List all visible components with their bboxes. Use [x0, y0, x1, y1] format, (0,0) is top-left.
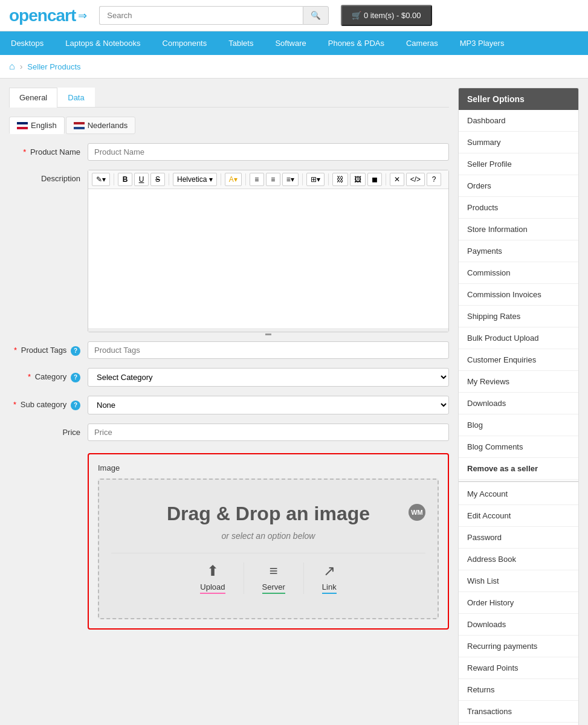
tab-general[interactable]: General: [9, 88, 57, 108]
sidebar-item-password[interactable]: Password: [459, 527, 578, 549]
sidebar-item-payments[interactable]: Payments: [459, 240, 578, 262]
toolbar-pencil[interactable]: ✎▾: [92, 173, 110, 186]
sidebar-item-blog[interactable]: Blog: [459, 414, 578, 436]
subcategory-group: * Sub category ? None: [9, 396, 449, 414]
sidebar-item-commission[interactable]: Commission: [459, 262, 578, 284]
sidebar-item-my-reviews[interactable]: My Reviews: [459, 371, 578, 393]
breadcrumb-separator: ›: [20, 62, 23, 71]
image-upload-area[interactable]: Image WM Drag & Drop an image or select …: [88, 453, 449, 630]
upload-option-upload[interactable]: ⬆ Upload: [182, 562, 244, 594]
drag-drop-title: Drag & Drop an image: [111, 503, 425, 525]
toolbar-align[interactable]: ≡▾: [282, 173, 299, 186]
required-star-cat: *: [28, 372, 31, 381]
sidebar-item-store-info[interactable]: Store Information: [459, 219, 578, 240]
product-name-group: * Product Name: [9, 143, 449, 161]
search-input[interactable]: [99, 6, 303, 25]
sidebar-item-reward[interactable]: Reward Points: [459, 657, 578, 679]
nav-mp3[interactable]: MP3 Players: [449, 31, 515, 55]
nav-software[interactable]: Software: [264, 31, 317, 55]
sidebar-item-transactions[interactable]: Transactions: [459, 701, 578, 723]
toolbar-underline[interactable]: U: [134, 173, 149, 186]
editor-body[interactable]: [88, 189, 448, 328]
sidebar-item-my-account[interactable]: My Account: [459, 483, 578, 505]
required-star-tags: *: [14, 346, 17, 355]
toolbar-sep-7: [386, 173, 386, 185]
sidebar-item-wish-list[interactable]: Wish List: [459, 570, 578, 592]
toolbar-font[interactable]: Helvetica ▾: [173, 173, 217, 186]
sidebar: Seller Options Dashboard Summary Seller …: [458, 88, 579, 725]
search-button[interactable]: 🔍: [303, 6, 329, 25]
home-icon[interactable]: ⌂: [9, 61, 15, 72]
tags-help-icon[interactable]: ?: [71, 346, 80, 356]
toolbar-media[interactable]: ◼: [367, 173, 382, 186]
category-select[interactable]: Select Category: [88, 368, 449, 387]
upload-options: ⬆ Upload ≡ Server ↗ Link: [111, 553, 425, 594]
toolbar-ul[interactable]: ≡: [250, 173, 264, 186]
cart-button[interactable]: 🛒 0 item(s) - $0.00: [341, 5, 431, 26]
sidebar-item-orders[interactable]: Orders: [459, 175, 578, 197]
subcategory-select[interactable]: None: [88, 396, 449, 414]
toolbar-strike[interactable]: S: [150, 173, 165, 186]
price-input[interactable]: [88, 424, 449, 441]
drag-drop-subtitle: or select an option below: [111, 531, 425, 541]
product-tags-label: * Product Tags ?: [9, 341, 88, 356]
lang-english[interactable]: English: [9, 117, 65, 134]
toolbar-color[interactable]: A▾: [225, 173, 242, 186]
toolbar-link[interactable]: ⛓: [332, 173, 348, 186]
toolbar-sep-2: [169, 173, 169, 185]
toolbar-source[interactable]: </>: [406, 173, 425, 186]
product-name-input[interactable]: [88, 143, 449, 161]
required-star: *: [23, 147, 26, 156]
sidebar-item-newsletter[interactable]: Newsletter: [459, 723, 578, 725]
nav-laptops[interactable]: Laptops & Notebooks: [54, 31, 151, 55]
product-tags-input[interactable]: [88, 341, 449, 359]
nav-phones[interactable]: Phones & PDAs: [317, 31, 395, 55]
toolbar-clear[interactable]: ✕: [390, 173, 404, 186]
description-label: Description: [9, 170, 88, 183]
sidebar-item-products[interactable]: Products: [459, 197, 578, 219]
sidebar-item-remove-seller[interactable]: Remove as a seller: [459, 458, 578, 480]
sidebar-item-downloads2[interactable]: Downloads: [459, 614, 578, 636]
toolbar-image[interactable]: 🖼: [350, 173, 366, 186]
toolbar-bold[interactable]: B: [118, 173, 132, 186]
toolbar-sep-4: [245, 173, 246, 185]
sidebar-item-shipping-rates[interactable]: Shipping Rates: [459, 306, 578, 327]
image-group: Image WM Drag & Drop an image or select …: [9, 450, 449, 630]
sidebar-item-customer-enquiries[interactable]: Customer Enquiries: [459, 349, 578, 371]
sidebar-item-recurring[interactable]: Recurring payments: [459, 636, 578, 657]
editor-resize-handle[interactable]: ▬: [88, 328, 448, 332]
upload-option-link[interactable]: ↗ Link: [304, 562, 355, 594]
sidebar-item-bulk-upload[interactable]: Bulk Product Upload: [459, 327, 578, 349]
category-help-icon[interactable]: ?: [71, 373, 80, 382]
sidebar-item-downloads[interactable]: Downloads: [459, 393, 578, 414]
nav-tablets[interactable]: Tablets: [218, 31, 264, 55]
subcategory-help-icon[interactable]: ?: [71, 401, 80, 410]
description-group: Description ✎▾ B U S Helvetica ▾ A▾ ≡ ≡ …: [9, 170, 449, 332]
breadcrumb-seller-products[interactable]: Seller Products: [27, 62, 80, 71]
upload-label: Upload: [200, 582, 225, 594]
nav-cameras[interactable]: Cameras: [395, 31, 449, 55]
toolbar-ol[interactable]: ≡: [266, 173, 280, 186]
editor-container: ✎▾ B U S Helvetica ▾ A▾ ≡ ≡ ≡▾ ⊞▾: [88, 170, 449, 332]
drop-zone[interactable]: WM Drag & Drop an image or select an opt…: [98, 478, 439, 619]
toolbar-table[interactable]: ⊞▾: [306, 173, 325, 186]
sidebar-item-order-history[interactable]: Order History: [459, 592, 578, 614]
sidebar-item-edit-account[interactable]: Edit Account: [459, 505, 578, 527]
breadcrumb: ⌂ › Seller Products: [0, 55, 588, 79]
toolbar-help[interactable]: ?: [427, 173, 441, 186]
nav-components[interactable]: Components: [152, 31, 218, 55]
sidebar-item-summary[interactable]: Summary: [459, 132, 578, 153]
sidebar-item-returns[interactable]: Returns: [459, 679, 578, 701]
upload-option-server[interactable]: ≡ Server: [244, 562, 304, 594]
sidebar-item-dashboard[interactable]: Dashboard: [459, 110, 578, 132]
sidebar-item-seller-profile[interactable]: Seller Profile: [459, 153, 578, 175]
sidebar-item-blog-comments[interactable]: Blog Comments: [459, 436, 578, 458]
nav-desktops[interactable]: Desktops: [0, 31, 54, 55]
sidebar-item-commission-invoices[interactable]: Commission Invoices: [459, 284, 578, 306]
sidebar-item-address-book[interactable]: Address Book: [459, 549, 578, 570]
main-nav: Desktops Laptops & Notebooks Components …: [0, 31, 588, 55]
flag-en-icon: [17, 122, 28, 129]
sidebar-divider: [459, 481, 578, 482]
tab-data[interactable]: Data: [57, 88, 94, 107]
lang-dutch[interactable]: Nederlands: [66, 117, 136, 134]
